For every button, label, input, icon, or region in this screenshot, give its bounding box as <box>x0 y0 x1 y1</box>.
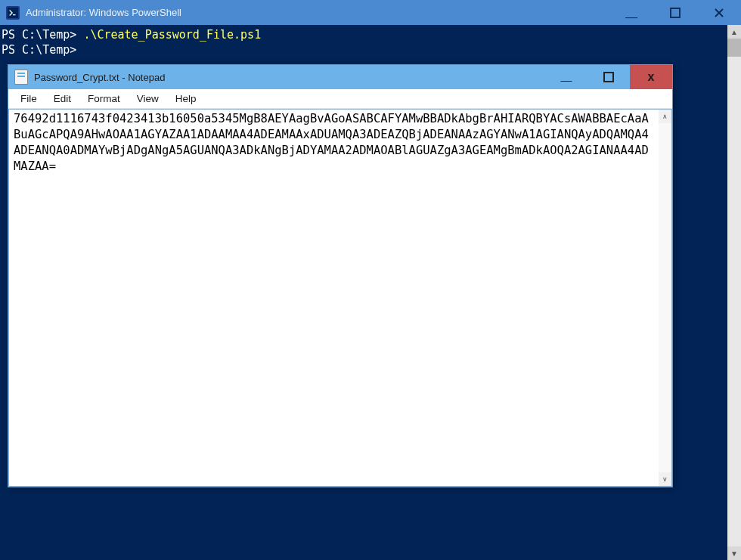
notepad-title-left: Password_Crypt.txt - Notepad <box>8 70 165 85</box>
terminal-line: PS C:\Temp> .\Create_Password_File.ps1 <box>2 28 739 43</box>
notepad-window-controls: _ x <box>545 65 672 89</box>
maximize-button[interactable] <box>588 65 630 89</box>
menu-view[interactable]: View <box>129 91 166 106</box>
menu-file[interactable]: File <box>13 91 45 106</box>
menu-format[interactable]: Format <box>80 91 128 106</box>
notepad-content-wrapper: 76492d1116743f0423413b16050a5345MgB8AEYA… <box>8 109 672 487</box>
menu-edit[interactable]: Edit <box>46 91 79 106</box>
command-text: .\Create_Password_File.ps1 <box>83 28 261 42</box>
prompt: PS C:\Temp> <box>2 28 83 42</box>
scroll-down-icon[interactable]: ▼ <box>727 546 741 560</box>
scroll-track[interactable] <box>727 39 741 546</box>
powershell-terminal-content[interactable]: PS C:\Temp> .\Create_Password_File.ps1 P… <box>0 25 741 60</box>
powershell-window-controls: _ <box>609 0 741 25</box>
svg-rect-5 <box>604 73 613 82</box>
powershell-scrollbar[interactable]: ▲ ▼ <box>727 25 741 560</box>
prompt: PS C:\Temp> <box>2 43 76 57</box>
powershell-icon <box>6 6 20 20</box>
notepad-window: Password_Crypt.txt - Notepad _ x File Ed… <box>8 64 673 487</box>
scroll-track[interactable] <box>659 123 671 472</box>
close-button[interactable]: x <box>630 65 672 89</box>
close-button[interactable] <box>697 0 741 25</box>
notepad-title: Password_Crypt.txt - Notepad <box>34 72 165 83</box>
terminal-line: PS C:\Temp> <box>2 43 739 58</box>
notepad-scrollbar[interactable]: ∧ ∨ <box>659 109 672 487</box>
notepad-titlebar[interactable]: Password_Crypt.txt - Notepad _ x <box>8 65 672 89</box>
powershell-titlebar[interactable]: Administrator: Windows PowerShell _ <box>0 0 741 25</box>
scroll-up-icon[interactable]: ∧ <box>659 110 671 123</box>
notepad-menubar: File Edit Format View Help <box>8 89 672 109</box>
minimize-button[interactable]: _ <box>609 0 653 25</box>
scroll-thumb[interactable] <box>727 39 741 57</box>
powershell-title: Administrator: Windows PowerShell <box>26 7 181 18</box>
scroll-up-icon[interactable]: ▲ <box>727 25 741 39</box>
notepad-icon <box>14 70 28 85</box>
svg-rect-2 <box>671 8 680 17</box>
notepad-text-area[interactable]: 76492d1116743f0423413b16050a5345MgB8AEYA… <box>8 109 659 487</box>
powershell-title-left: Administrator: Windows PowerShell <box>0 6 181 20</box>
scroll-down-icon[interactable]: ∨ <box>659 472 671 486</box>
maximize-button[interactable] <box>653 0 697 25</box>
minimize-button[interactable]: _ <box>545 65 588 89</box>
menu-help[interactable]: Help <box>168 91 204 106</box>
